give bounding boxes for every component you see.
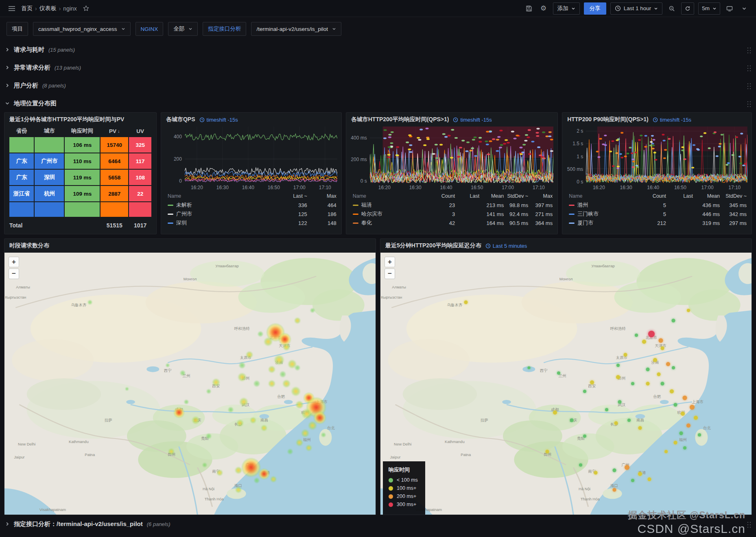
row-header-user-analysis[interactable]: 用户分析 (8 panels)	[0, 76, 756, 94]
panel-title[interactable]: 各城市HTTP200平均响应时间(QPS>1)	[351, 116, 449, 123]
star-icon[interactable]	[81, 3, 92, 14]
series-name[interactable]: 哈尔滨市	[353, 210, 430, 218]
add-button[interactable]: 添加	[553, 2, 580, 15]
timeshift-link[interactable]: timeshift -15s	[199, 117, 238, 123]
series-color-swatch	[353, 214, 358, 215]
save-icon[interactable]	[524, 3, 534, 14]
map-zoom-in-button[interactable]: +	[385, 257, 395, 267]
top-navbar: 首页 › 仪表板 › nginx ⚙ 添加 分享 Last 1 hour 5m	[0, 0, 756, 17]
time-range-picker[interactable]: Last 1 hour	[610, 2, 663, 15]
series-name[interactable]: 厦门市	[569, 219, 639, 227]
legend-column-header[interactable]: Max	[307, 193, 336, 199]
zoom-out-icon[interactable]	[666, 3, 677, 14]
map-zoom-out-button[interactable]: −	[9, 268, 19, 279]
series-name[interactable]: 三门峡市	[569, 210, 639, 218]
refresh-interval-select[interactable]: 5m	[698, 2, 720, 15]
request-distribution-map[interactable]: + − УлаанбаатарМонголКыргызстанАлматы乌鲁木…	[4, 253, 376, 515]
legend-column-header[interactable]: Name	[353, 193, 430, 199]
row-header-api-analysis[interactable]: 指定接口分析：/terminal-api-v2/users/is_pilot (…	[0, 515, 756, 533]
column-header-response-time[interactable]: 响应时间	[65, 127, 100, 135]
latency-marker	[646, 382, 649, 386]
qps-chart[interactable]	[185, 127, 337, 183]
settings-gear-icon[interactable]: ⚙	[538, 3, 549, 14]
row-drag-handle[interactable]	[746, 520, 751, 528]
legend-column-header[interactable]: Name	[168, 193, 278, 199]
column-header-pv[interactable]: PV↓	[101, 127, 128, 135]
panel-title[interactable]: 最近5分钟HTTP200平均响应延迟分布	[385, 242, 481, 249]
latency-marker	[638, 426, 642, 430]
breadcrumb-current[interactable]: nginx	[63, 5, 76, 12]
series-name[interactable]: 广州市	[168, 210, 278, 218]
legend-column-header[interactable]: StdDev ~	[504, 193, 528, 199]
legend-column-header[interactable]: Last ~	[278, 193, 307, 199]
kiosk-mode-icon[interactable]	[724, 3, 735, 14]
legend-column-header[interactable]: Last	[666, 193, 693, 199]
table-total-row: Total 51515 1017	[9, 217, 151, 234]
legend-column-header[interactable]: Name	[569, 193, 639, 199]
series-name[interactable]: 深圳	[168, 219, 278, 227]
row-header-requests-latency[interactable]: 请求与耗时 (15 panels)	[0, 41, 756, 59]
datasource-select[interactable]: cassmall_hwprod_nginx_access	[33, 22, 131, 36]
panel-title[interactable]: HTTP200 P90响应时间(QPS>1)	[567, 116, 649, 123]
timeshift-link[interactable]: timeshift -15s	[453, 117, 492, 123]
table-row: 广东深圳119 ms5658108	[9, 170, 151, 185]
legend-color-dot	[389, 478, 393, 482]
clock-icon	[615, 5, 621, 11]
legend-column-header[interactable]: Count	[430, 193, 455, 199]
row-drag-handle[interactable]	[746, 46, 751, 53]
breadcrumb-dashboards[interactable]: 仪表板	[39, 5, 57, 12]
series-color-swatch	[353, 205, 358, 206]
p90-chart[interactable]	[586, 127, 747, 183]
table-row: 106 ms15740325	[9, 137, 151, 153]
column-header-city[interactable]: 城市	[35, 127, 64, 135]
panel-title[interactable]: 最近1分钟各城市HTTP200平均响应时间与PV	[9, 116, 124, 123]
add-button-label: 添加	[557, 5, 568, 12]
response-time-chart[interactable]	[370, 127, 553, 183]
series-name[interactable]: 未解析	[168, 201, 278, 209]
legend-row: 厦门市212319 ms297 ms	[569, 218, 747, 227]
row-drag-handle[interactable]	[746, 82, 751, 89]
legend-column-header[interactable]: StdDev ~	[720, 193, 747, 199]
series-name[interactable]: 滁州	[569, 201, 639, 209]
legend-column-header[interactable]: Last	[455, 193, 479, 199]
series-value: 464	[307, 202, 336, 208]
map-zoom-in-button[interactable]: +	[9, 257, 19, 267]
series-value: 319 ms	[693, 220, 720, 226]
menu-toggle-icon[interactable]	[7, 3, 17, 14]
row-header-error-analysis[interactable]: 异常请求分析 (13 panels)	[0, 59, 756, 76]
row-drag-handle[interactable]	[746, 64, 751, 71]
latency-distribution-map[interactable]: + − 响应时间 < 100 ms100 ms+200 ms+300 ms+ У…	[380, 253, 752, 515]
series-name[interactable]: 奉化	[353, 219, 430, 227]
column-header-uv[interactable]: UV	[129, 127, 151, 135]
panel-title[interactable]: 时段请求数分布	[9, 242, 49, 249]
latency-marker	[623, 353, 627, 357]
legend-column-header[interactable]: Max	[528, 193, 553, 199]
legend-column-header[interactable]: Count	[639, 193, 666, 199]
latency-marker	[631, 382, 634, 385]
legend-column-header[interactable]: Mean	[693, 193, 720, 199]
refresh-button[interactable]	[681, 2, 694, 15]
scope-select[interactable]: 全部	[168, 22, 198, 36]
column-header-province[interactable]: 省份	[9, 127, 34, 135]
series-value: 212	[639, 220, 666, 226]
last-5-minutes-link[interactable]: Last 5 minutes	[485, 243, 527, 249]
series-name[interactable]: 福清	[353, 201, 430, 209]
api-path-select[interactable]: /terminal-api-v2/users/is_pilot	[251, 22, 341, 36]
timeshift-link[interactable]: timeshift -15s	[653, 117, 691, 123]
panel-title[interactable]: 各城市QPS	[166, 116, 195, 123]
collapse-navbar-icon[interactable]	[739, 3, 749, 14]
x-tick-label: 17:00	[502, 185, 514, 190]
breadcrumb-home[interactable]: 首页	[21, 5, 33, 12]
table-cell	[35, 202, 64, 217]
share-button[interactable]: 分享	[584, 2, 606, 15]
api-analysis-button[interactable]: 指定接口分析	[203, 22, 246, 36]
row-header-request-logs[interactable]: 请求日志明细 (1 panel)	[0, 533, 756, 537]
row-header-geo-distribution[interactable]: 地理位置分布图	[0, 94, 756, 112]
table-cell: 15740	[101, 137, 128, 153]
legend-column-header[interactable]: Mean	[479, 193, 504, 199]
table-cell: 6464	[101, 153, 128, 169]
map-zoom-out-button[interactable]: −	[385, 268, 395, 279]
row-drag-handle[interactable]	[746, 100, 751, 107]
legend-row: 哈尔滨市3141 ms92.4 ms271 ms	[353, 210, 553, 218]
nginx-datasource-button[interactable]: NGINX	[135, 22, 164, 36]
